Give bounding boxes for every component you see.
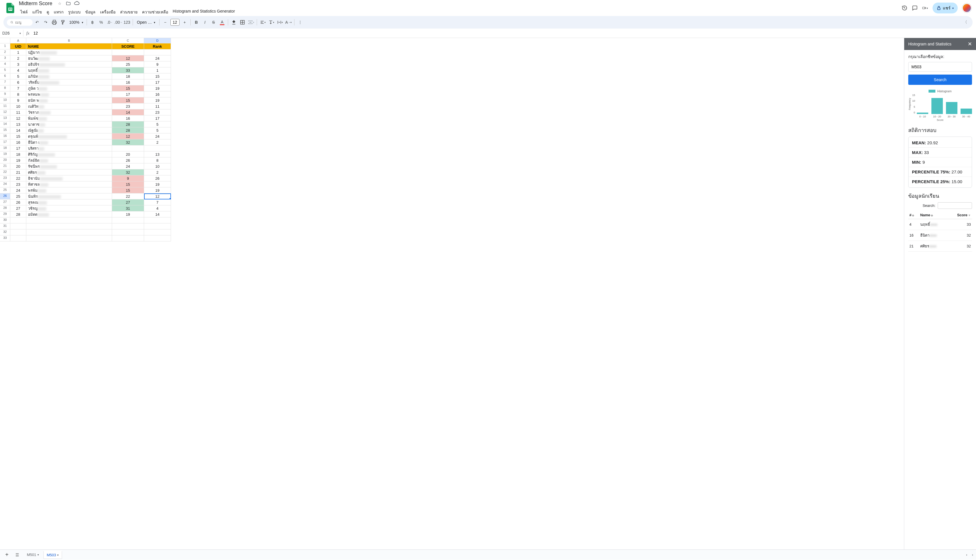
cell-A12[interactable]: 11 [10, 110, 26, 115]
cell-A4[interactable]: 3 [10, 62, 26, 67]
cell-A16[interactable]: 15 [10, 133, 26, 140]
col-header-C[interactable]: C [112, 38, 144, 43]
cell-D31[interactable] [144, 223, 171, 230]
cell-A28[interactable]: 27 [10, 205, 26, 212]
cell-C21[interactable]: 24 [112, 163, 144, 170]
cell-C9[interactable]: 17 [112, 92, 144, 97]
cell-B24[interactable]: ทิศาชล [26, 182, 112, 187]
row-header-28[interactable]: 28 [0, 205, 10, 212]
print-button[interactable] [50, 18, 58, 26]
row-header-2[interactable]: 2 [0, 50, 10, 55]
cell-D20[interactable]: 8 [144, 157, 171, 163]
cell-A33[interactable] [10, 235, 26, 242]
merge-cells-button[interactable]: ▾ [247, 18, 255, 26]
th-score[interactable]: Score▼ [948, 211, 972, 219]
row-header-23[interactable]: 23 [0, 175, 10, 182]
cell-A31[interactable] [10, 223, 26, 230]
row-header-25[interactable]: 25 [0, 187, 10, 193]
select-all-corner[interactable] [0, 38, 10, 43]
menu-data[interactable]: ข้อมูล [83, 8, 97, 16]
row-header-21[interactable]: 21 [0, 163, 10, 170]
star-icon[interactable]: ☆ [57, 0, 63, 6]
cell-B33[interactable] [26, 235, 112, 242]
cell-A27[interactable]: 26 [10, 200, 26, 205]
cell-C31[interactable] [112, 223, 144, 230]
cell-D3[interactable]: 24 [144, 55, 171, 62]
cell-C28[interactable]: 31 [112, 205, 144, 212]
student-row[interactable]: 21ศศิธรxxxx32 [908, 241, 972, 252]
cell-D30[interactable] [144, 217, 171, 223]
cell-B25[interactable]: พรพิม [26, 187, 112, 193]
cell-A19[interactable]: 18 [10, 152, 26, 157]
formula-input[interactable] [32, 30, 976, 37]
cell-C20[interactable]: 26 [112, 157, 144, 163]
menu-extensions[interactable]: ส่วนขยาย [118, 8, 139, 16]
row-header-26[interactable]: 26 [0, 193, 10, 200]
cell-C12[interactable]: 14 [112, 110, 144, 115]
row-header-24[interactable]: 24 [0, 182, 10, 187]
cell-B23[interactable]: ธิชานับ [26, 175, 112, 182]
cell-D6[interactable]: 15 [144, 73, 171, 80]
cell-C32[interactable] [112, 230, 144, 235]
menu-tools[interactable]: เครื่องมือ [98, 8, 117, 16]
cell-D29[interactable]: 14 [144, 212, 171, 217]
cell-D33[interactable] [144, 235, 171, 242]
cell-B3[interactable]: ธนวัฒ [26, 55, 112, 62]
cell-A24[interactable]: 23 [10, 182, 26, 187]
header-uid[interactable]: UID [10, 43, 26, 50]
cell-B30[interactable] [26, 217, 112, 223]
cell-C17[interactable]: 32 [112, 140, 144, 145]
cell-D25[interactable]: 19 [144, 187, 171, 193]
cell-A20[interactable]: 19 [10, 157, 26, 163]
cell-D12[interactable]: 23 [144, 110, 171, 115]
tab-scroll-right[interactable]: › [972, 553, 973, 557]
cell-D22[interactable]: 2 [144, 170, 171, 175]
row-header-9[interactable]: 9 [0, 92, 10, 97]
spreadsheet-grid[interactable]: ABCD1UIDNAMESCORERank21ปฏิมาก32ธนวัฒ1224… [0, 38, 904, 550]
cell-C14[interactable]: 28 [112, 122, 144, 127]
row-header-27[interactable]: 27 [0, 200, 10, 205]
cell-A8[interactable]: 7 [10, 85, 26, 92]
menu-search-input[interactable] [15, 20, 30, 25]
cell-B10[interactable]: ธนัท พ [26, 97, 112, 103]
student-search-input[interactable] [938, 202, 972, 209]
increase-font-button[interactable]: + [180, 18, 189, 26]
cell-B9[interactable]: พรหมพ [26, 92, 112, 97]
cloud-status-icon[interactable] [74, 0, 80, 6]
row-header-29[interactable]: 29 [0, 212, 10, 217]
italic-button[interactable]: I [201, 18, 209, 26]
row-header-31[interactable]: 31 [0, 223, 10, 230]
cell-C23[interactable]: 9 [112, 175, 144, 182]
menu-file[interactable]: ไฟล์ [18, 8, 30, 16]
cell-C22[interactable]: 32 [112, 170, 144, 175]
row-header-32[interactable]: 32 [0, 230, 10, 235]
currency-button[interactable]: ฿ [89, 18, 97, 26]
cell-D9[interactable]: 16 [144, 92, 171, 97]
cell-D8[interactable]: 19 [144, 85, 171, 92]
cell-B26[interactable]: นันทิก [26, 193, 112, 200]
header-rank[interactable]: Rank [144, 43, 171, 50]
redo-button[interactable]: ↷ [42, 18, 50, 26]
cell-D24[interactable]: 19 [144, 182, 171, 187]
cell-C33[interactable] [112, 235, 144, 242]
th-num[interactable]: #◆ [908, 211, 919, 219]
cell-C7[interactable]: 16 [112, 80, 144, 85]
cell-A7[interactable]: 6 [10, 80, 26, 85]
cell-D17[interactable]: 2 [144, 140, 171, 145]
cell-A11[interactable]: 10 [10, 103, 26, 110]
cell-B21[interactable]: รัชนีพร [26, 163, 112, 170]
menu-format[interactable]: รูปแบบ [66, 8, 83, 16]
text-color-button[interactable]: A [218, 18, 226, 26]
paint-format-button[interactable] [59, 18, 67, 26]
row-header-14[interactable]: 14 [0, 122, 10, 127]
row-header-12[interactable]: 12 [0, 110, 10, 115]
cell-B18[interactable]: บริศรา [26, 145, 112, 152]
row-header-15[interactable]: 15 [0, 127, 10, 133]
header-name[interactable]: NAME [26, 43, 112, 50]
cell-B12[interactable]: วัชราภ [26, 110, 112, 115]
cell-B4[interactable]: อธิปจิร [26, 62, 112, 67]
cell-D5[interactable]: 1 [144, 67, 171, 73]
cell-A9[interactable]: 8 [10, 92, 26, 97]
row-header-30[interactable]: 30 [0, 217, 10, 223]
header-score[interactable]: SCORE [112, 43, 144, 50]
